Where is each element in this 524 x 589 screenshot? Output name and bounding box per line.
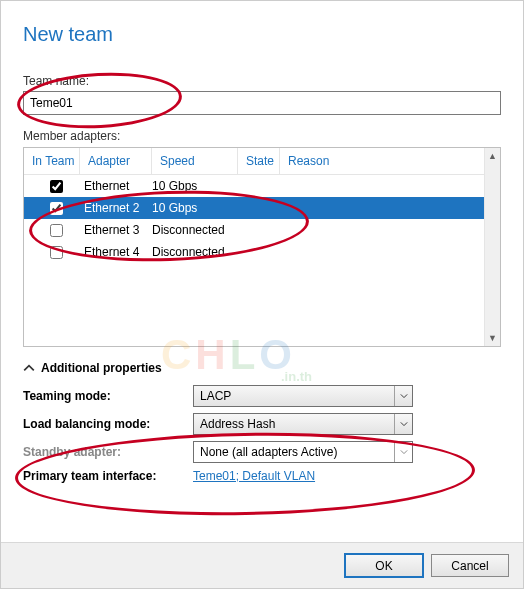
teaming-mode-label: Teaming mode: [23, 389, 193, 403]
dialog-footer: OK Cancel [1, 542, 523, 588]
load-balancing-label: Load balancing mode: [23, 417, 193, 431]
standby-adapter-label: Standby adapter: [23, 445, 193, 459]
additional-properties-label: Additional properties [41, 361, 162, 375]
in-team-checkbox[interactable] [50, 246, 63, 259]
new-team-dialog: New team Team name: Member adapters: In … [1, 1, 523, 536]
adapter-cell: Ethernet 4 [80, 245, 152, 259]
table-row[interactable]: Ethernet10 Gbps [24, 175, 500, 197]
primary-team-interface-link[interactable]: Teme01; Default VLAN [193, 469, 315, 483]
adapter-cell: Ethernet 2 [80, 201, 152, 215]
primary-team-interface-label: Primary team interface: [23, 469, 193, 483]
chevron-down-icon [394, 414, 412, 434]
grid-body: Ethernet10 GbpsEthernet 210 GbpsEthernet… [24, 175, 500, 263]
table-row[interactable]: Ethernet 210 Gbps [24, 197, 500, 219]
speed-cell: Disconnected [152, 245, 238, 259]
in-team-checkbox[interactable] [50, 202, 63, 215]
ok-button[interactable]: OK [345, 554, 423, 577]
chevron-up-icon [23, 362, 35, 374]
additional-properties-expander[interactable]: Additional properties [23, 361, 501, 375]
speed-cell: 10 Gbps [152, 179, 238, 193]
col-in-team[interactable]: In Team [24, 148, 80, 174]
standby-adapter-combo[interactable]: None (all adapters Active) [193, 441, 413, 463]
in-team-checkbox[interactable] [50, 224, 63, 237]
table-row[interactable]: Ethernet 3Disconnected [24, 219, 500, 241]
member-adapters-section: Member adapters: In Team Adapter Speed S… [23, 129, 501, 347]
chevron-down-icon [394, 386, 412, 406]
cancel-button[interactable]: Cancel [431, 554, 509, 577]
vertical-scrollbar[interactable]: ▲ ▼ [484, 148, 500, 346]
standby-adapter-value: None (all adapters Active) [194, 445, 394, 459]
dialog-title: New team [23, 23, 501, 46]
scroll-up-icon[interactable]: ▲ [485, 148, 500, 164]
scroll-down-icon[interactable]: ▼ [485, 330, 500, 346]
team-name-section: Team name: [23, 74, 501, 115]
teaming-mode-combo[interactable]: LACP [193, 385, 413, 407]
adapter-cell: Ethernet [80, 179, 152, 193]
load-balancing-row: Load balancing mode: Address Hash [23, 413, 501, 435]
member-adapters-label: Member adapters: [23, 129, 501, 143]
teaming-mode-row: Teaming mode: LACP [23, 385, 501, 407]
speed-cell: 10 Gbps [152, 201, 238, 215]
load-balancing-value: Address Hash [194, 417, 394, 431]
load-balancing-combo[interactable]: Address Hash [193, 413, 413, 435]
speed-cell: Disconnected [152, 223, 238, 237]
col-reason[interactable]: Reason [280, 148, 500, 174]
grid-header: In Team Adapter Speed State Reason [24, 148, 500, 175]
table-row[interactable]: Ethernet 4Disconnected [24, 241, 500, 263]
col-adapter[interactable]: Adapter [80, 148, 152, 174]
chevron-down-icon [394, 442, 412, 462]
teaming-mode-value: LACP [194, 389, 394, 403]
primary-team-interface-row: Primary team interface: Teme01; Default … [23, 469, 501, 483]
standby-adapter-row: Standby adapter: None (all adapters Acti… [23, 441, 501, 463]
col-speed[interactable]: Speed [152, 148, 238, 174]
adapter-cell: Ethernet 3 [80, 223, 152, 237]
team-name-input[interactable] [23, 91, 501, 115]
in-team-checkbox[interactable] [50, 180, 63, 193]
team-name-label: Team name: [23, 74, 501, 88]
col-state[interactable]: State [238, 148, 280, 174]
adapters-grid: In Team Adapter Speed State Reason Ether… [23, 147, 501, 347]
